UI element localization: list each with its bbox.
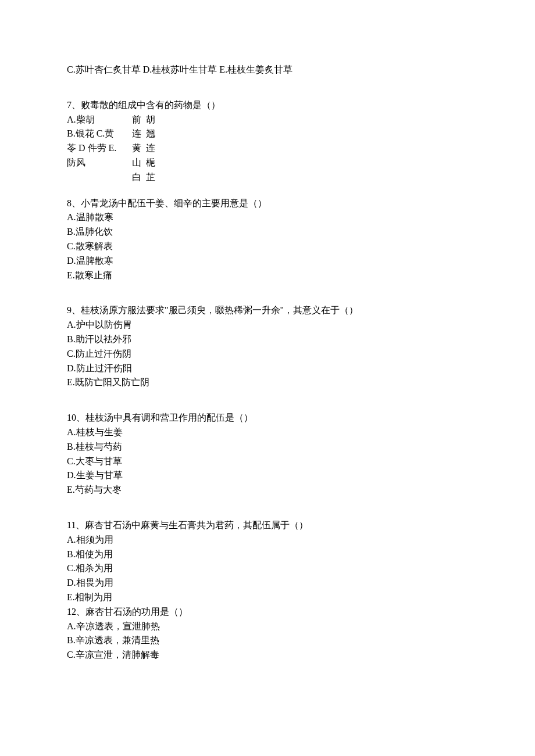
question-10: 10、桂枝汤中具有调和营卫作用的配伍是（） A.桂枝与生姜 B.桂枝与芍药 C.… bbox=[67, 411, 468, 497]
question-9-opt-e: E.既防亡阳又防亡阴 bbox=[67, 375, 468, 390]
question-8-opt-b: B.温肺化饮 bbox=[67, 225, 468, 239]
question-10-opt-d: D.生姜与甘草 bbox=[67, 468, 468, 483]
question-11-opt-e: E.相制为用 bbox=[67, 590, 468, 605]
question-7-right-0: 前 胡 bbox=[132, 113, 156, 127]
question-9: 9、桂枝汤原方服法要求"服己须臾，啜热稀粥一升余"，其意义在于（） A.护中以防… bbox=[67, 303, 468, 390]
question-11-opt-d: D.相畏为用 bbox=[67, 576, 468, 590]
question-8-stem: 8、小青龙汤中配伍干姜、细辛的主要用意是（） bbox=[67, 196, 468, 211]
question-12-opt-a: A.辛凉透表，宣泄肺热 bbox=[67, 619, 468, 634]
question-7-left-0: A.柴胡 bbox=[67, 113, 132, 127]
question-10-opt-a: A.桂枝与生姜 bbox=[67, 425, 468, 440]
question-7-stem: 7、败毒散的组成中含有的药物是（） bbox=[67, 98, 468, 113]
question-7-right-col: 前 胡 连 翘 黄 连 山 梔 白 芷 bbox=[132, 113, 156, 185]
question-10-opt-b: B.桂枝与芍药 bbox=[67, 440, 468, 454]
question-8-opt-e: E.散寒止痛 bbox=[67, 268, 468, 283]
question-9-opt-d: D.防止过汗伤阳 bbox=[67, 361, 468, 376]
question-12-stem: 12、麻杏甘石汤的功用是（） bbox=[67, 605, 468, 619]
question-8-opt-c: C.散寒解表 bbox=[67, 239, 468, 254]
question-7-right-1: 连 翘 bbox=[132, 127, 156, 141]
question-10-opt-e: E.芍药与大枣 bbox=[67, 483, 468, 497]
question-11-opt-b: B.相使为用 bbox=[67, 547, 468, 562]
question-11: 11、麻杏甘石汤中麻黄与生石膏共为君药，其配伍属于（） A.相须为用 B.相使为… bbox=[67, 518, 468, 605]
question-7-left-col: A.柴胡 B.银花 C.黄 苓 D 件劳 E. 防风 bbox=[67, 113, 132, 170]
question-11-opt-a: A.相须为用 bbox=[67, 533, 468, 547]
question-7-right-2: 黄 连 bbox=[132, 141, 156, 156]
question-7-left-2: 苓 D 件劳 E. bbox=[67, 141, 132, 156]
question-7-left-3: 防风 bbox=[67, 156, 132, 170]
question-8-opt-d: D.温脾散寒 bbox=[67, 254, 468, 268]
question-12: 12、麻杏甘石汤的功用是（） A.辛凉透表，宣泄肺热 B.辛凉透表，兼清里热 C… bbox=[67, 605, 468, 662]
question-7-right-4: 白 芷 bbox=[132, 170, 156, 185]
question-11-opt-c: C.相杀为用 bbox=[67, 561, 468, 576]
question-9-stem: 9、桂枝汤原方服法要求"服己须臾，啜热稀粥一升余"，其意义在于（） bbox=[67, 303, 468, 318]
question-9-opt-b: B.助汗以袪外邪 bbox=[67, 332, 468, 347]
question-10-opt-c: C.大枣与甘草 bbox=[67, 454, 468, 469]
question-7-left-1: B.银花 C.黄 bbox=[67, 127, 132, 141]
question-9-opt-a: A.护中以防伤胃 bbox=[67, 318, 468, 332]
continuation-options: C.苏叶杏仁炙甘草 D.桂枝苏叶生甘草 E.桂枝生姜炙甘草 bbox=[67, 63, 468, 77]
question-11-stem: 11、麻杏甘石汤中麻黄与生石膏共为君药，其配伍属于（） bbox=[67, 518, 468, 533]
question-7: 7、败毒散的组成中含有的药物是（） A.柴胡 B.银花 C.黄 苓 D 件劳 E… bbox=[67, 98, 468, 185]
question-8-opt-a: A.温肺散寒 bbox=[67, 210, 468, 225]
question-12-opt-b: B.辛凉透表，兼清里热 bbox=[67, 633, 468, 648]
question-12-opt-c: C.辛凉宣泄，清肺解毒 bbox=[67, 648, 468, 662]
question-10-stem: 10、桂枝汤中具有调和营卫作用的配伍是（） bbox=[67, 411, 468, 425]
question-7-right-3: 山 梔 bbox=[132, 156, 156, 170]
question-9-opt-c: C.防止过汗伤阴 bbox=[67, 347, 468, 361]
question-8: 8、小青龙汤中配伍干姜、细辛的主要用意是（） A.温肺散寒 B.温肺化饮 C.散… bbox=[67, 196, 468, 283]
